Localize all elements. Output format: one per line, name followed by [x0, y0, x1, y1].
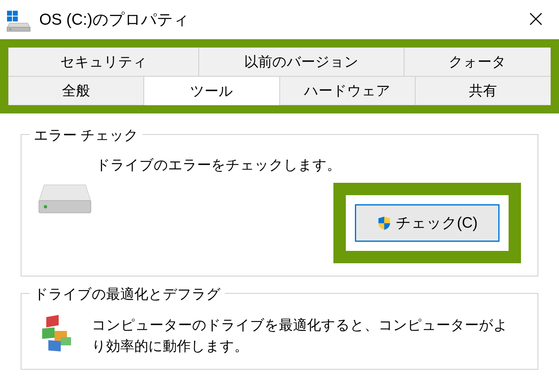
- svg-rect-2: [7, 17, 12, 21]
- check-button-highlight: チェック(C): [333, 183, 521, 263]
- tab-content: エラー チェック ドライブのエラーをチェックします。: [0, 113, 559, 378]
- error-check-description: ドライブのエラーをチェックします。: [96, 156, 521, 175]
- properties-dialog: OS (C:)のプロパティ セキュリティ 以前のバージョン クォータ 全般 ツー…: [0, 0, 559, 392]
- error-check-group: エラー チェック ドライブのエラーをチェックします。: [21, 134, 538, 276]
- svg-rect-1: [13, 11, 18, 16]
- titlebar-left: OS (C:)のプロパティ: [6, 7, 189, 32]
- error-check-row: チェック(C): [38, 183, 521, 263]
- tab-row-1: セキュリティ 以前のバージョン クォータ: [8, 47, 551, 76]
- svg-rect-11: [42, 328, 55, 339]
- tab-hardware[interactable]: ハードウェア: [280, 76, 415, 105]
- tabs-highlight-region: セキュリティ 以前のバージョン クォータ 全般 ツール ハードウェア 共有: [0, 39, 559, 113]
- tab-previous-versions[interactable]: 以前のバージョン: [199, 47, 404, 76]
- svg-point-9: [44, 205, 47, 208]
- defrag-row: コンピューターのドライブを最適化すると、コンピューターがより効率的に動作します。: [38, 314, 521, 357]
- window-title: OS (C:)のプロパティ: [39, 9, 189, 30]
- svg-rect-10: [46, 315, 59, 327]
- check-button-label: チェック(C): [396, 213, 478, 233]
- error-check-content: ドライブのエラーをチェックします。: [38, 156, 521, 263]
- defrag-description: コンピューターのドライブを最適化すると、コンピューターがより効率的に動作します。: [92, 314, 521, 357]
- tab-sharing[interactable]: 共有: [415, 76, 551, 105]
- svg-point-5: [10, 28, 11, 30]
- titlebar: OS (C:)のプロパティ: [0, 0, 559, 39]
- svg-rect-3: [13, 17, 18, 21]
- tabs-container: セキュリティ 以前のバージョン クォータ 全般 ツール ハードウェア 共有: [8, 47, 551, 105]
- drive-icon: [6, 7, 31, 32]
- defrag-group: ドライブの最適化とデフラグ コンピューターのドライブを最適化すると、コンピュータ…: [21, 293, 538, 370]
- check-button[interactable]: チェック(C): [355, 204, 500, 242]
- drive-icon-large: [38, 183, 92, 216]
- tab-general[interactable]: 全般: [8, 76, 144, 105]
- tab-quota[interactable]: クォータ: [404, 47, 551, 76]
- error-check-group-title: エラー チェック: [30, 126, 143, 145]
- defrag-icon: [38, 314, 79, 356]
- svg-rect-0: [7, 11, 12, 16]
- svg-rect-13: [48, 340, 61, 352]
- shield-icon: [377, 216, 392, 231]
- tab-row-2: 全般 ツール ハードウェア 共有: [8, 76, 551, 105]
- defrag-group-title: ドライブの最適化とデフラグ: [30, 285, 225, 304]
- close-button[interactable]: [521, 6, 551, 34]
- tab-security[interactable]: セキュリティ: [8, 47, 199, 76]
- svg-rect-14: [61, 337, 71, 345]
- tab-tools[interactable]: ツール: [144, 76, 279, 105]
- check-button-wrapper: チェック(C): [346, 195, 509, 251]
